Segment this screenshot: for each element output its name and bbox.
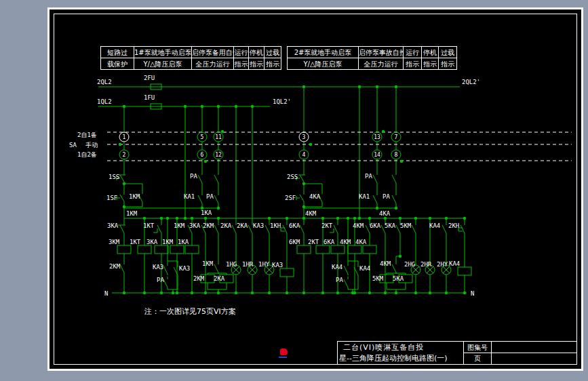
component-label: 6KA [289, 222, 300, 229]
contact-symbol-nc [120, 225, 124, 233]
selector-contact-number: 1 [123, 134, 126, 140]
selector-contact-number: 11 [215, 134, 222, 140]
contact-symbol-no [214, 225, 218, 233]
component-label: 5KA [385, 222, 396, 229]
component-label: 1HR [242, 261, 254, 268]
coil-symbol [155, 245, 168, 254]
selector-contact-number: 14 [374, 152, 380, 158]
title-block-main: 二台(VI)喷淋互备自投 星--三角降压起动控制电路图(一) [338, 342, 463, 364]
contact-symbol-no [214, 264, 218, 273]
component-label: KA4 [429, 222, 440, 229]
junction-dot [353, 292, 356, 294]
component-label: 5KM [372, 275, 384, 282]
red-stamp-underline [279, 357, 287, 358]
component-label: 1KM [129, 193, 140, 200]
junction-dot [463, 217, 466, 220]
component-label: 2HG [404, 261, 415, 268]
schematic-drawing[interactable]: 12561112341314782QL22FU2QL2'1QL21FU1QL2'… [0, 0, 588, 381]
junction-dot [268, 292, 271, 294]
contact-symbol-no [198, 195, 202, 203]
component-label: 1QL2' [273, 98, 291, 105]
coil-symbol [170, 245, 184, 254]
junction-dot [217, 217, 220, 220]
contact-symbol-no [392, 195, 396, 203]
junction-dot [119, 143, 121, 146]
contact-symbol-bno [300, 195, 304, 201]
component-label: 2QL2' [462, 79, 480, 85]
component-label: PA [365, 173, 372, 180]
red-stamp-mark [280, 348, 288, 355]
component-label: 1KM [202, 260, 214, 267]
junction-dot [414, 292, 417, 294]
drawing-title-line2: 星--三角降压起动控制电路图(一) [338, 353, 463, 364]
component-label: PA [157, 277, 164, 283]
junction-dot [201, 105, 203, 108]
junction-dot [376, 207, 378, 209]
junction-dot [336, 217, 339, 220]
junction-dot [143, 292, 146, 294]
contact-symbol-no [392, 264, 396, 273]
component-label: 4KM [305, 210, 317, 217]
component-label: N [104, 290, 108, 297]
component-label: 1HG [226, 261, 237, 268]
contact-symbol-no [198, 175, 202, 183]
coil-symbol [331, 245, 345, 254]
selector-contact-number: 12 [215, 152, 222, 158]
contact-symbol-no [300, 225, 304, 233]
selector-contact-number: 4 [302, 152, 306, 158]
component-label: KA4 [332, 264, 342, 270]
junction-dot [347, 217, 349, 220]
component-label: 1KT [143, 222, 155, 229]
component-label: SA [69, 142, 77, 148]
junction-dot [358, 85, 361, 88]
component-label: KA4 [359, 265, 370, 272]
component-label: 1自2备 [77, 151, 97, 158]
junction-dot [191, 217, 193, 220]
component-label: 2HY [437, 261, 448, 268]
coil-symbol [138, 245, 151, 254]
contact-symbol-th [460, 225, 465, 233]
contact-symbol-no [214, 175, 218, 183]
contact-symbol-no [344, 266, 348, 274]
junction-dot [400, 160, 403, 163]
junction-dot [358, 217, 361, 220]
junction-dot [184, 217, 187, 220]
junction-dot [221, 130, 224, 133]
junction-dot [399, 217, 401, 220]
junction-dot [217, 207, 220, 209]
junction-dot [463, 292, 466, 294]
cad-viewer-canvas[interactable]: 短路过载保护1#泵就地手动启泵Y/△降压启泵启停泵备用自投全压力运行运行指示停机… [0, 0, 588, 381]
component-label: KA3 [272, 262, 283, 268]
contact-symbol-no [344, 279, 348, 287]
component-label: 4KM [353, 222, 364, 229]
junction-dot [204, 217, 207, 220]
contact-symbol-no [373, 195, 377, 203]
component-label: 2SS [287, 174, 298, 180]
component-label: 3KA [146, 239, 158, 245]
junction-dot [376, 85, 378, 88]
junction-dot [123, 205, 125, 208]
junction-dot [123, 105, 125, 108]
junction-dot [429, 217, 431, 220]
component-label: 1SF [106, 195, 117, 201]
contact-symbol-th [283, 225, 287, 233]
component-label: 3KA [107, 222, 119, 229]
atlas-number-label: 图集号 [464, 342, 491, 353]
component-label: KA1 [359, 193, 370, 200]
drawing-note: 注：一次图详见75页VI方案 [144, 306, 236, 317]
component-label: 1KT [130, 239, 141, 245]
component-label: 2KA [214, 275, 225, 282]
contact-symbol-no [214, 195, 218, 203]
junction-dot [286, 292, 288, 294]
component-label: 2自1备 [77, 132, 97, 138]
component-label: 1KA [178, 239, 189, 245]
component-label: KA4 [449, 260, 460, 267]
component-label: 5KM [400, 222, 412, 229]
coil-symbol [297, 245, 311, 254]
contact-symbol-no [232, 225, 236, 233]
junction-dot [321, 292, 324, 294]
component-label: 手动 [85, 142, 98, 148]
title-block-labels: 图集号 页 [463, 342, 491, 364]
component-label: 1KM [162, 239, 174, 245]
junction-dot [143, 217, 146, 220]
